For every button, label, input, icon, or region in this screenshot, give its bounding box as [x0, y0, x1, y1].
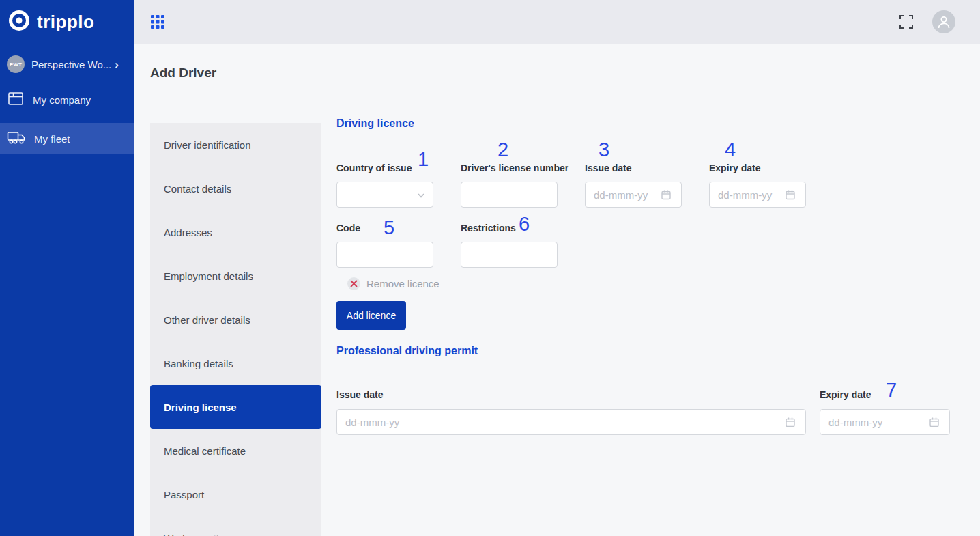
tab-banking-details[interactable]: Banking details — [150, 341, 321, 385]
topbar — [134, 0, 980, 44]
section-heading-pdp: Professional driving permit — [336, 345, 478, 357]
country-of-issue-label: Country of issue — [336, 163, 412, 173]
chevron-down-icon — [416, 191, 426, 203]
sidebar-item-label: My company — [33, 94, 91, 106]
user-avatar-icon[interactable] — [932, 10, 955, 33]
remove-x-icon — [347, 277, 360, 290]
app-root: tripplo PWT Perspective Wo... › My compa… — [0, 0, 980, 536]
tab-medical-certificate[interactable]: Medical certificate — [150, 429, 321, 472]
remove-licence-link[interactable]: Remove licence — [347, 277, 439, 290]
workspace-avatar: PWT — [7, 55, 25, 73]
sidebar-item-my-fleet[interactable]: My fleet — [0, 123, 134, 154]
workspace-switcher[interactable]: PWT Perspective Wo... › — [0, 52, 134, 76]
restrictions-input[interactable] — [461, 242, 558, 268]
annotation-4: 4 — [725, 140, 736, 160]
code-label: Code — [336, 223, 360, 234]
tab-passport[interactable]: Passport — [150, 472, 321, 516]
annotation-2: 2 — [498, 140, 508, 160]
sidebar: tripplo PWT Perspective Wo... › My compa… — [0, 0, 134, 536]
pdp-issue-date-input[interactable] — [336, 409, 806, 435]
license-number-input[interactable] — [461, 182, 558, 208]
expiry-date-label: Expiry date — [709, 163, 760, 173]
pdp-expiry-date-input[interactable] — [820, 409, 950, 435]
issue-date-input[interactable] — [585, 182, 682, 208]
tab-employment-details[interactable]: Employment details — [150, 254, 321, 298]
section-nav: Driver identification Contact details Ad… — [150, 123, 321, 536]
tab-addresses[interactable]: Addresses — [150, 210, 321, 254]
workspace-label: Perspective Wo... — [31, 59, 111, 70]
annotation-7: 7 — [886, 380, 897, 400]
apps-grid-icon[interactable] — [150, 14, 165, 29]
license-number-label: Driver's license number — [461, 163, 568, 173]
issue-date-label: Issue date — [585, 163, 631, 173]
code-input[interactable] — [336, 242, 433, 268]
tab-contact-details[interactable]: Contact details — [150, 167, 321, 210]
sidebar-item-label: My fleet — [34, 133, 70, 145]
tab-driver-identification[interactable]: Driver identification — [150, 123, 321, 167]
country-of-issue-select[interactable] — [336, 182, 433, 208]
pdp-expiry-date-label: Expiry date — [820, 389, 871, 400]
pdp-issue-date-label: Issue date — [336, 389, 383, 400]
target-logo-icon — [8, 10, 30, 34]
restrictions-label: Restrictions — [461, 223, 516, 234]
tab-driving-license[interactable]: Driving license — [150, 385, 321, 429]
logo-text: tripplo — [37, 12, 94, 33]
fullscreen-icon[interactable] — [899, 15, 913, 29]
tab-work-permit[interactable]: Work permit — [150, 516, 321, 536]
expiry-date-input[interactable] — [709, 182, 806, 208]
annotation-3: 3 — [599, 140, 609, 160]
divider — [150, 100, 964, 100]
sidebar-item-my-company[interactable]: My company — [0, 87, 134, 112]
section-heading-driving-licence: Driving licence — [336, 117, 414, 130]
remove-licence-label: Remove licence — [366, 278, 439, 290]
add-licence-button[interactable]: Add licence — [336, 301, 406, 330]
annotation-6: 6 — [519, 214, 530, 234]
page-title: Add Driver — [150, 66, 216, 81]
logo[interactable]: tripplo — [8, 8, 94, 36]
truck-icon — [7, 130, 26, 147]
annotation-1: 1 — [418, 150, 429, 169]
annotation-5: 5 — [384, 218, 394, 238]
tab-other-driver-details[interactable]: Other driver details — [150, 298, 321, 341]
company-window-icon — [8, 92, 23, 107]
chevron-right-icon: › — [115, 59, 119, 70]
